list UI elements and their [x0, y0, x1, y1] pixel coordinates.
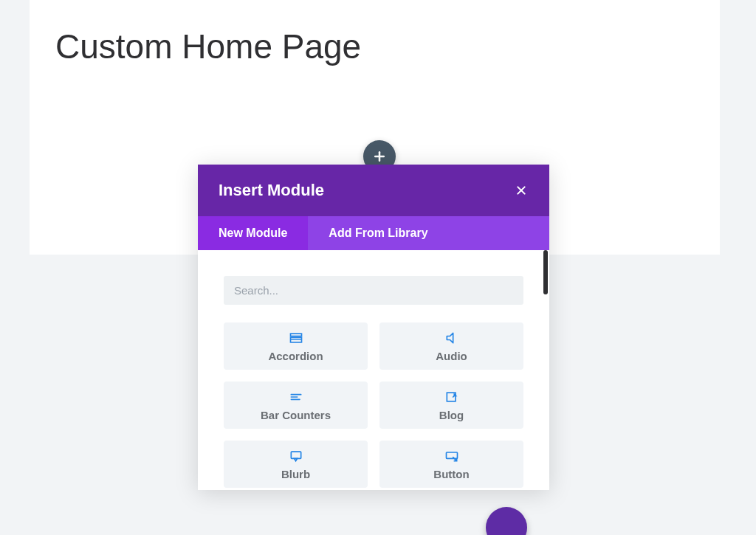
- module-bar-counters[interactable]: Bar Counters: [224, 382, 368, 429]
- module-label: Audio: [436, 350, 467, 362]
- svg-rect-4: [290, 334, 301, 336]
- module-grid: Accordion Audio Bar Counters: [224, 322, 523, 488]
- module-label: Accordion: [268, 350, 323, 362]
- module-label: Bar Counters: [261, 409, 331, 421]
- svg-rect-12: [291, 452, 300, 458]
- search-input[interactable]: [224, 276, 523, 305]
- module-label: Blurb: [281, 468, 310, 480]
- close-button[interactable]: [514, 183, 529, 198]
- button-icon: [444, 449, 459, 463]
- accordion-icon: [289, 331, 303, 345]
- scrollbar-thumb[interactable]: [543, 250, 548, 294]
- floating-action-button[interactable]: [486, 507, 527, 535]
- module-label: Button: [433, 468, 469, 480]
- bar-counters-icon: [289, 390, 303, 404]
- page-title: Custom Home Page: [55, 27, 361, 66]
- blog-icon: [444, 390, 459, 404]
- modal-tabs: New Module Add From Library: [198, 216, 549, 250]
- module-audio[interactable]: Audio: [379, 322, 523, 370]
- close-icon: [515, 184, 527, 196]
- module-blurb[interactable]: Blurb: [224, 441, 368, 488]
- svg-rect-14: [446, 452, 457, 458]
- module-label: Blog: [439, 409, 464, 421]
- modal-body: Accordion Audio Bar Counters: [198, 250, 549, 490]
- insert-module-modal: Insert Module New Module Add From Librar…: [198, 165, 549, 490]
- blurb-icon: [289, 449, 303, 463]
- svg-marker-13: [294, 458, 297, 460]
- module-button[interactable]: Button: [379, 441, 523, 488]
- svg-marker-7: [447, 333, 453, 342]
- plus-icon: [372, 149, 387, 164]
- audio-icon: [444, 331, 459, 345]
- modal-title: Insert Module: [219, 181, 324, 200]
- tab-new-module[interactable]: New Module: [198, 216, 308, 250]
- page-root: Custom Home Page Insert Module New Modul…: [0, 0, 756, 535]
- module-blog[interactable]: Blog: [379, 382, 523, 429]
- tab-add-from-library[interactable]: Add From Library: [308, 216, 448, 250]
- module-accordion[interactable]: Accordion: [224, 322, 368, 370]
- modal-header: Insert Module: [198, 165, 549, 216]
